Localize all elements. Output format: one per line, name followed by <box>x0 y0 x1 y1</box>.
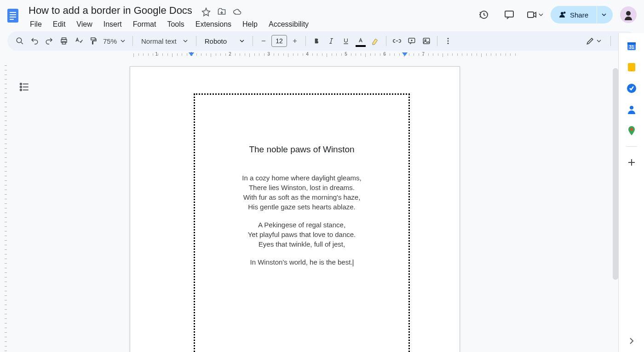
keep-icon[interactable] <box>626 62 637 73</box>
highlight-color-icon[interactable] <box>368 34 382 48</box>
increase-font-icon[interactable] <box>288 34 302 48</box>
doc-body[interactable]: In a cozy home where daylight gleams,The… <box>209 173 395 267</box>
svg-rect-3 <box>10 17 16 17</box>
insert-image-icon[interactable] <box>420 34 433 48</box>
add-comment-icon[interactable] <box>405 34 419 48</box>
add-addon-icon[interactable] <box>626 157 637 168</box>
pencil-icon <box>586 36 595 46</box>
docs-logo[interactable] <box>4 6 22 25</box>
svg-point-10 <box>626 11 631 16</box>
vertical-ruler[interactable] <box>3 65 10 352</box>
meet-button[interactable] <box>526 9 543 20</box>
version-history-icon[interactable] <box>474 6 493 24</box>
poem-line[interactable]: With fur as soft as the morning's haze, <box>243 193 361 201</box>
svg-rect-15 <box>91 38 95 40</box>
svg-point-23 <box>20 86 22 87</box>
bold-icon[interactable] <box>310 34 323 48</box>
poem-line[interactable]: There lies Winston, lost in dreams. <box>249 184 355 191</box>
right-indent-marker[interactable] <box>402 52 408 56</box>
svg-point-31 <box>630 106 633 110</box>
side-panel-separator <box>626 146 637 147</box>
title-bar: How to add a border in Google Docs File … <box>0 0 644 29</box>
svg-rect-7 <box>528 12 534 17</box>
tasks-icon[interactable] <box>626 83 637 94</box>
svg-rect-0 <box>7 9 18 23</box>
stanza[interactable]: A Pekingese of regal stance,Yet playful … <box>209 220 395 249</box>
side-panel: 31 <box>618 33 644 352</box>
poem-line[interactable]: His gentle gaze sets hearts ablaze. <box>248 203 355 211</box>
paragraph-style-select[interactable]: Normal text <box>137 37 192 45</box>
search-menus-icon[interactable] <box>13 34 27 48</box>
spellcheck-icon[interactable] <box>72 34 86 48</box>
maps-icon[interactable] <box>626 125 637 136</box>
move-icon[interactable] <box>217 7 226 17</box>
zoom-select[interactable]: 75% <box>101 37 129 45</box>
svg-point-20 <box>448 40 449 42</box>
font-size-input[interactable]: 12 <box>271 35 287 47</box>
outline-toggle-icon[interactable] <box>18 81 30 93</box>
svg-rect-1 <box>10 12 16 13</box>
chevron-down-icon <box>121 39 125 43</box>
menu-edit[interactable]: Edit <box>49 18 70 30</box>
doc-title[interactable]: How to add a border in Google Docs <box>26 4 195 17</box>
menu-tools[interactable]: Tools <box>163 18 188 30</box>
horizontal-ruler[interactable]: 11234567 <box>9 52 616 59</box>
chevron-down-icon <box>539 12 543 17</box>
paint-format-icon[interactable] <box>86 34 100 48</box>
hide-side-panel-icon[interactable] <box>626 335 637 346</box>
chevron-down-icon <box>240 39 244 43</box>
poem-line[interactable]: In a cozy home where daylight gleams, <box>242 174 361 182</box>
italic-icon[interactable] <box>324 34 338 48</box>
workspace: The noble paws of Winston In a cozy home… <box>0 60 618 352</box>
account-avatar[interactable] <box>620 6 637 23</box>
menu-extensions[interactable]: Extensions <box>191 18 236 30</box>
editing-mode-button[interactable] <box>583 36 604 46</box>
more-icon[interactable] <box>441 34 455 48</box>
svg-point-11 <box>17 38 22 43</box>
redo-icon[interactable] <box>42 34 56 48</box>
toolbar: 75% Normal text Roboto 12 <box>7 31 637 51</box>
font-select[interactable]: Roboto <box>200 37 249 45</box>
contacts-icon[interactable] <box>626 104 637 115</box>
print-icon[interactable] <box>57 34 71 48</box>
poem-line[interactable]: A Pekingese of regal stance, <box>258 221 345 229</box>
left-indent-marker[interactable] <box>189 52 194 56</box>
chevron-down-icon <box>597 39 601 43</box>
text-color-icon[interactable] <box>354 34 368 48</box>
insert-link-icon[interactable] <box>390 34 404 48</box>
svg-rect-29 <box>631 70 632 71</box>
menu-file[interactable]: File <box>26 18 46 30</box>
menu-accessibility[interactable]: Accessibility <box>264 18 313 30</box>
comments-icon[interactable] <box>500 6 518 24</box>
decrease-font-icon[interactable] <box>257 34 270 48</box>
poem-line[interactable]: Yet playful paws that love to dance. <box>248 231 356 238</box>
svg-rect-17 <box>423 38 430 44</box>
poem-line[interactable]: Eyes that twinkle, full of jest, <box>259 240 345 248</box>
menu-insert[interactable]: Insert <box>99 18 126 30</box>
share-dropdown[interactable] <box>597 6 613 23</box>
share-label: Share <box>570 11 588 19</box>
cloud-status-icon[interactable] <box>233 7 242 17</box>
page-border: The noble paws of Winston In a cozy home… <box>194 93 410 352</box>
doc-heading[interactable]: The noble paws of Winston <box>209 144 395 155</box>
stanza[interactable]: In Winston's world, he is the best. <box>209 257 395 267</box>
people-icon <box>558 11 566 19</box>
font-value: Roboto <box>205 37 227 45</box>
style-value: Normal text <box>141 37 177 45</box>
stanza[interactable]: In a cozy home where daylight gleams,The… <box>209 173 395 212</box>
poem-line[interactable]: In Winston's world, he is the best. <box>250 258 353 266</box>
svg-point-24 <box>20 89 22 91</box>
scrollbar-thumb[interactable] <box>613 68 618 280</box>
share-button[interactable]: Share <box>551 6 597 23</box>
menu-format[interactable]: Format <box>129 18 161 30</box>
undo-icon[interactable] <box>28 34 41 48</box>
menu-view[interactable]: View <box>72 18 96 30</box>
star-icon[interactable] <box>201 7 211 17</box>
svg-point-8 <box>564 12 566 14</box>
underline-icon[interactable] <box>339 34 353 48</box>
document-page[interactable]: The noble paws of Winston In a cozy home… <box>130 66 460 352</box>
calendar-icon[interactable]: 31 <box>626 40 637 52</box>
vertical-scrollbar[interactable] <box>613 68 618 280</box>
menu-bar: File Edit View Insert Format Tools Exten… <box>26 17 474 30</box>
menu-help[interactable]: Help <box>238 18 262 30</box>
